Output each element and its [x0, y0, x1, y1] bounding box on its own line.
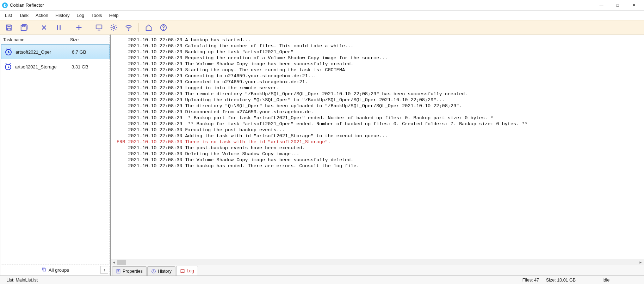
task-list: Task name Size artsoft2021_Oper 6,7 GB a…: [1, 35, 110, 264]
clock-icon: [1, 48, 16, 56]
menu-list[interactable]: List: [2, 12, 15, 19]
app-icon: ◐: [2, 2, 8, 8]
svg-point-5: [163, 29, 163, 29]
monitor-icon[interactable]: [93, 22, 105, 33]
log-line: 2021-10-10 22:08:29 Starting the copy. T…: [117, 67, 642, 73]
left-panel: Task name Size artsoft2021_Oper 6,7 GB a…: [0, 35, 111, 276]
menu-bar: List Task Action History Log Tools Help: [0, 11, 644, 20]
all-groups-label: All groups: [49, 267, 69, 273]
log-line: 2021-10-10 22:08:30 The Volume Shadow Co…: [117, 157, 642, 163]
status-list: List: MainList.lst: [3, 278, 41, 283]
log-icon: [180, 268, 185, 273]
tab-history-label: History: [158, 269, 172, 274]
toolbar-separator: [69, 23, 69, 32]
all-groups-button[interactable]: All groups ↕: [1, 265, 110, 275]
task-size: 6,7 GB: [68, 49, 109, 55]
toolbar-separator: [138, 23, 139, 32]
status-files: Files: 47: [519, 278, 543, 283]
minimize-button[interactable]: —: [593, 0, 609, 11]
properties-icon: [116, 269, 121, 274]
tab-properties[interactable]: Properties: [112, 266, 147, 276]
svg-rect-8: [43, 268, 46, 271]
status-size: Size: 10,01 GB: [543, 278, 599, 283]
menu-task[interactable]: Task: [16, 12, 31, 19]
copy-icon: [42, 267, 47, 273]
status-bar: List: MainList.lst Files: 47 Size: 10,01…: [0, 276, 644, 284]
svg-point-3: [128, 30, 129, 30]
menu-log[interactable]: Log: [74, 12, 87, 19]
delete-icon[interactable]: [38, 22, 50, 33]
tab-properties-label: Properties: [123, 269, 143, 274]
swap-icon[interactable]: ↕: [100, 266, 108, 274]
window-title: Cobian Reflector: [10, 2, 44, 8]
column-size[interactable]: Size: [68, 37, 110, 42]
task-name: artsoft2021_Oper: [16, 49, 68, 55]
menu-help[interactable]: Help: [106, 12, 122, 19]
log-viewer[interactable]: 2021-10-10 22:08:23 A backup has started…: [111, 35, 644, 259]
log-line: 2021-10-10 22:08:29 The remote directory…: [117, 91, 642, 97]
history-icon: [151, 269, 156, 274]
close-button[interactable]: ✕: [626, 0, 642, 11]
save-one-icon[interactable]: [3, 22, 16, 33]
task-name: artsoft2021_Storage: [15, 64, 68, 70]
log-line: 2021-10-10 22:08:30 Adding the task with…: [117, 133, 642, 139]
horizontal-scrollbar[interactable]: ◄ ►: [111, 259, 644, 265]
gear-icon[interactable]: [107, 22, 120, 33]
svg-rect-1: [96, 25, 102, 29]
help-icon[interactable]: [157, 22, 170, 33]
log-line: 2021-10-10 22:08:29 * Backup part for ta…: [117, 115, 642, 121]
pause-icon[interactable]: [52, 22, 65, 33]
log-line: 2021-10-10 22:08:23 Requesting the creat…: [117, 55, 642, 61]
add-icon[interactable]: [73, 22, 85, 33]
column-task-name[interactable]: Task name: [1, 37, 68, 42]
log-line: 2021-10-10 22:08:29 Uploading the direct…: [117, 97, 642, 103]
scroll-left-icon[interactable]: ◄: [111, 260, 117, 264]
tab-log-label: Log: [187, 268, 194, 273]
log-line: 2021-10-10 22:08:29 The directory "Q:\SQ…: [117, 103, 642, 109]
menu-tools[interactable]: Tools: [88, 12, 105, 19]
main-area: Task name Size artsoft2021_Oper 6,7 GB a…: [0, 35, 644, 276]
maximize-button[interactable]: □: [609, 0, 626, 11]
task-row[interactable]: artsoft2021_Storage 3,31 GB: [1, 59, 110, 74]
right-panel: 2021-10-10 22:08:23 A backup has started…: [111, 35, 644, 276]
toolbar: [0, 20, 644, 35]
toolbar-separator: [34, 23, 34, 32]
svg-rect-0: [7, 28, 11, 30]
log-line: 2021-10-10 22:08:29 Connecting to u27465…: [117, 73, 642, 79]
svg-point-2: [113, 26, 115, 29]
scroll-right-icon[interactable]: ►: [638, 260, 644, 264]
log-line: 2021-10-10 22:08:29 Disconnected from u2…: [117, 109, 642, 115]
log-line: 2021-10-10 22:08:29 Connected to u274659…: [117, 79, 642, 85]
log-line: 2021-10-10 22:08:29 Logged in into the r…: [117, 85, 642, 91]
task-list-rows: artsoft2021_Oper 6,7 GB artsoft2021_Stor…: [1, 44, 110, 264]
log-line: 2021-10-10 22:08:23 Backing up the task …: [117, 49, 642, 55]
bottom-tabs: Properties History Log: [111, 265, 644, 276]
scroll-thumb[interactable]: [117, 260, 126, 265]
log-line: 2021-10-10 22:08:23 Calculating the numb…: [117, 43, 642, 49]
log-line: 2021-10-10 22:08:30 Executing the post b…: [117, 127, 642, 133]
toolbar-separator: [89, 23, 89, 32]
title-bar: ◐ Cobian Reflector — □ ✕: [0, 0, 644, 11]
home-icon[interactable]: [142, 22, 155, 33]
menu-history[interactable]: History: [52, 12, 72, 19]
task-list-header: Task name Size: [1, 35, 110, 44]
log-line: 2021-10-10 22:08:30 Deleting the Volume …: [117, 151, 642, 157]
status-state: Idle: [599, 278, 641, 283]
log-line: 2021-10-10 22:08:29 ** Backup for task "…: [117, 121, 642, 127]
task-size: 3,31 GB: [68, 64, 110, 70]
log-line: 2021-10-10 22:08:23 A backup has started…: [117, 37, 642, 43]
wifi-icon[interactable]: [122, 22, 135, 33]
log-line: ERR 2021-10-10 22:08:30 There is no task…: [117, 139, 642, 145]
log-line: 2021-10-10 22:08:29 The Volume Shadow Co…: [117, 61, 642, 67]
task-row[interactable]: artsoft2021_Oper 6,7 GB: [1, 44, 110, 59]
tab-history[interactable]: History: [147, 266, 175, 276]
save-all-icon[interactable]: [18, 22, 30, 33]
tab-log[interactable]: Log: [176, 266, 198, 276]
menu-action[interactable]: Action: [33, 12, 51, 19]
log-line: 2021-10-10 22:08:30 The backup has ended…: [117, 163, 642, 169]
clock-icon: [1, 62, 15, 71]
log-line: 2021-10-10 22:08:30 The post-backup even…: [117, 145, 642, 151]
